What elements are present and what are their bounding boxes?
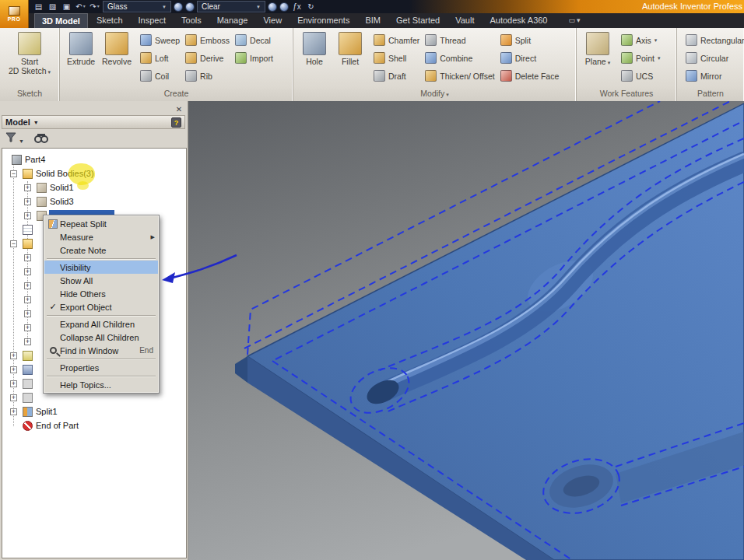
button-chamfer[interactable]: Chamfer — [374, 32, 419, 48]
tab-environments[interactable]: Environments — [290, 13, 356, 28]
expand-minus-icon[interactable]: − — [10, 240, 17, 247]
tree-item-solid1[interactable]: +Solid1 — [2, 181, 186, 195]
inventor-logo[interactable]: PRO — [0, 0, 29, 28]
button-hole[interactable]: Hole — [297, 30, 332, 86]
button-loft[interactable]: Loft — [140, 50, 180, 66]
viewport-3d[interactable] — [188, 101, 744, 560]
menu-item-expand-all-children[interactable]: Expand All Children — [44, 317, 158, 331]
material-adjust-ball-icon[interactable] — [185, 2, 195, 12]
expand-plus-icon[interactable]: + — [10, 366, 17, 373]
undo-icon[interactable]: ↶▾ — [75, 1, 86, 12]
redo-icon[interactable]: ↷▾ — [89, 1, 100, 12]
button-plane[interactable]: Plane ▾ — [580, 30, 616, 86]
tab-inspect[interactable]: Inspect — [132, 13, 173, 28]
button-thicken-offset[interactable]: Thicken/ Offset — [425, 68, 494, 84]
expand-plus-icon[interactable]: + — [10, 408, 17, 415]
tab-vault[interactable]: Vault — [448, 13, 481, 28]
button-combine[interactable]: Combine — [425, 50, 494, 66]
button-rib[interactable]: Rib — [185, 68, 230, 84]
expand-plus-icon[interactable]: + — [10, 352, 17, 359]
tree-item-split1[interactable]: +Split1 — [2, 405, 186, 419]
menu-item-hide-others[interactable]: Hide Others — [44, 287, 158, 300]
button-direct[interactable]: Direct — [500, 50, 560, 66]
parameters-fx-icon[interactable]: ƒx — [291, 1, 303, 12]
menu-item-measure[interactable]: Measure▶ — [44, 230, 158, 243]
save-icon[interactable]: ▣ — [61, 1, 72, 12]
menu-item-find-in-window[interactable]: Find in WindowEnd — [44, 344, 158, 357]
menu-item-help-topics[interactable]: Help Topics... — [44, 378, 158, 391]
expand-plus-icon[interactable]: + — [24, 282, 31, 289]
tab-sketch[interactable]: Sketch — [89, 13, 130, 28]
button-shell[interactable]: Shell — [374, 50, 419, 66]
expand-plus-icon[interactable]: + — [24, 268, 31, 275]
button-point[interactable]: Point▾ — [621, 50, 660, 66]
panel-label-sketch[interactable]: Sketch — [0, 87, 59, 101]
button-delete-face[interactable]: Delete Face — [500, 68, 560, 84]
button-circular[interactable]: Circular — [686, 50, 744, 66]
expand-plus-icon[interactable]: + — [24, 296, 31, 303]
tab-get-started[interactable]: Get Started — [389, 13, 447, 28]
menu-item-collapse-all-children[interactable]: Collapse All Children — [44, 331, 158, 344]
menu-item-repeat-split[interactable]: Repeat Split — [44, 217, 158, 230]
appearance-dropdown[interactable]: Clear▼ — [197, 1, 265, 12]
appearance-ball-icon[interactable] — [268, 2, 277, 12]
panel-label-pattern[interactable]: Pattern — [677, 87, 744, 101]
update-icon[interactable]: ↻ — [305, 1, 317, 12]
button-revolve[interactable]: Revolve — [99, 30, 135, 86]
expand-plus-icon[interactable]: + — [24, 198, 31, 205]
panel-label-work-features[interactable]: Work Features — [577, 87, 676, 101]
tab-autodesk-a360[interactable]: Autodesk A360 — [483, 13, 554, 28]
menu-item-create-note[interactable]: Create Note — [44, 243, 158, 257]
panel-label-create[interactable]: Create — [60, 87, 293, 101]
open-file-icon[interactable]: ▨ — [47, 1, 58, 12]
menu-item-export-object[interactable]: ✓Export Object — [44, 300, 158, 313]
button-thread[interactable]: Thread — [425, 32, 494, 48]
ribbon-options-icon[interactable]: ▭▾ — [569, 13, 582, 28]
tab-view[interactable]: View — [256, 13, 289, 28]
tab-bim[interactable]: BIM — [358, 13, 388, 28]
expand-plus-icon[interactable]: + — [24, 324, 31, 331]
button-axis[interactable]: Axis▾ — [621, 32, 660, 48]
expand-plus-icon[interactable]: + — [24, 310, 31, 317]
button-emboss[interactable]: Emboss — [185, 32, 230, 48]
expand-minus-icon[interactable]: − — [10, 170, 17, 177]
tab-tools[interactable]: Tools — [174, 13, 209, 28]
button-import[interactable]: Import — [235, 50, 273, 66]
expand-plus-icon[interactable]: + — [24, 184, 31, 191]
button-draft[interactable]: Draft — [374, 68, 419, 84]
expand-plus-icon[interactable]: + — [10, 380, 17, 387]
menu-item-properties[interactable]: Properties — [44, 361, 158, 374]
button-coil[interactable]: Coil — [140, 68, 180, 84]
button-decal[interactable]: Decal — [235, 32, 273, 48]
button-ucs[interactable]: UCS — [621, 68, 660, 84]
close-icon[interactable]: ✕ — [174, 104, 184, 115]
expand-plus-icon[interactable]: + — [24, 254, 31, 261]
material-dropdown[interactable]: Glass▼ — [103, 1, 171, 12]
tree-item-end-of-part[interactable]: End of Part — [2, 419, 186, 433]
menu-item-show-all[interactable]: Show All — [44, 274, 158, 287]
new-file-icon[interactable]: ▤ — [33, 1, 44, 12]
menu-item-visibility[interactable]: Visibility — [44, 261, 158, 274]
binoculars-icon[interactable] — [33, 132, 49, 146]
expand-plus-icon[interactable]: + — [24, 212, 31, 219]
tab-3d-model[interactable]: 3D Model — [34, 13, 88, 28]
button-split[interactable]: Split — [500, 32, 560, 48]
button-fillet[interactable]: Fillet — [332, 30, 368, 86]
filter-icon[interactable]: ▼ — [5, 132, 24, 146]
material-ball-icon[interactable] — [174, 2, 183, 12]
appearance-adjust-ball-icon[interactable] — [279, 2, 289, 12]
button-rectangular[interactable]: Rectangular — [686, 32, 744, 48]
button-extrude[interactable]: Extrude — [63, 30, 99, 86]
viewport-canvas[interactable] — [188, 101, 744, 560]
tree-item-solid3[interactable]: +Solid3 — [2, 195, 186, 209]
expand-plus-icon[interactable]: + — [24, 338, 31, 345]
browser-header[interactable]: Model ▼ ? — [2, 115, 185, 129]
button-sweep[interactable]: Sweep — [140, 32, 180, 48]
tree-item-solid-bodies-3[interactable]: −Solid Bodies(3) — [2, 167, 186, 181]
help-icon[interactable]: ? — [171, 117, 181, 128]
button-derive[interactable]: Derive — [185, 50, 230, 66]
tree-item-part4[interactable]: Part4 — [2, 153, 186, 167]
expand-plus-icon[interactable]: + — [10, 394, 17, 401]
tab-manage[interactable]: Manage — [210, 13, 255, 28]
panel-label-modify[interactable]: Modify ▾ — [293, 87, 576, 101]
